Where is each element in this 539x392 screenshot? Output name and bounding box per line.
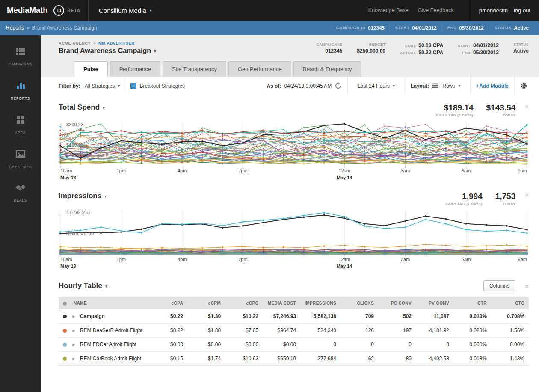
columns-button[interactable]: Columns: [483, 280, 515, 291]
svg-text:6am: 6am: [462, 257, 471, 262]
hourly-table-body: ▶ Campaign $0.22$1.30$10.22$7,246.935,58…: [59, 309, 529, 366]
today-stat: 1,753 TODAY: [495, 192, 516, 206]
svg-text:— $300.23: — $300.23: [60, 122, 83, 127]
tab-site-transparency[interactable]: Site Transparency: [163, 61, 226, 77]
reports-breadcrumb-link[interactable]: Reports: [6, 25, 24, 31]
chevron-down-icon: ▾: [458, 83, 460, 88]
row-name: REM CarBook Adroit Flight: [80, 356, 141, 362]
logout-link[interactable]: log out: [514, 7, 530, 14]
time-range-dropdown[interactable]: Last 24 Hours ▾: [353, 83, 399, 89]
tab-geo-performance[interactable]: Geo Performance: [228, 61, 291, 77]
add-module-button[interactable]: +Add Module: [476, 83, 509, 89]
tab-pulse[interactable]: Pulse: [74, 61, 108, 77]
close-module-button[interactable]: ×: [525, 192, 529, 198]
agency-breadcrumb: ACME AGENCY » MM ADVERTISER: [59, 41, 156, 45]
tab-bar: Pulse Performance Site Transparency Geo …: [74, 61, 529, 77]
series-color-dot-icon: [63, 357, 67, 361]
svg-text:4pm: 4pm: [178, 168, 187, 173]
username: pmondestin: [479, 7, 508, 14]
total-spend-chart: 10am1pm4pm7pm12am3am6am9amMay 13May 14— …: [59, 120, 529, 184]
table-row[interactable]: ▶ Campaign $0.22$1.30$10.22$7,246.935,58…: [59, 309, 529, 324]
knowledge-base-link[interactable]: Knowledge Base: [368, 7, 409, 13]
page-title: Brand Awareness Campaign: [59, 47, 151, 55]
filter-bar: Filter by: All Strategies ▾ ✓ Breakout S…: [41, 77, 539, 95]
svg-text:— 8,896,457.50: — 8,896,457.50: [60, 231, 94, 236]
as-of-section: As of: 04/24/13 9:00:45 AM: [261, 77, 347, 95]
series-color-dot-icon: [63, 343, 67, 347]
chevron-down-icon: ▾: [105, 284, 107, 288]
breadcrumb-bar: Reports » Brand Awareness Campaign CAMPA…: [0, 21, 539, 35]
expand-row-icon[interactable]: ▶: [72, 343, 75, 347]
sidebar-item-campaigns[interactable]: CAMPAIGNS: [0, 46, 41, 80]
expand-row-icon[interactable]: ▶: [72, 315, 75, 318]
series-color-dot-icon: [63, 329, 67, 333]
list-icon: [15, 46, 26, 58]
hourly-table-title-dropdown[interactable]: Hourly Table ▾: [59, 282, 107, 290]
hourly-table: NAME eCPA eCPM eCPC MEDIA COST IMPRESSIO…: [59, 297, 529, 366]
svg-text:3am: 3am: [401, 168, 410, 173]
impressions-title-dropdown[interactable]: Impressions ▾: [59, 192, 107, 200]
svg-text:4pm: 4pm: [178, 257, 187, 262]
svg-text:1pm: 1pm: [117, 257, 126, 262]
svg-text:9am: 9am: [518, 168, 527, 173]
sidebar-item-deals[interactable]: DEALS: [0, 183, 41, 217]
as-of-timestamp: 04/24/13 9:00:45 AM: [284, 83, 332, 89]
chevron-down-icon: ▾: [118, 83, 120, 88]
table-row[interactable]: ▶ REM CarBook Adroit Flight $0.15$1.74$1…: [59, 352, 529, 366]
daily-avg-stat: $189.14 DAILY AVG (7 DAYS): [436, 103, 474, 117]
sidebar-item-reports[interactable]: REPORTS: [0, 80, 41, 115]
main-content: ACME AGENCY » MM ADVERTISER Brand Awaren…: [41, 35, 539, 392]
table-header-row: NAME eCPA eCPM eCPC MEDIA COST IMPRESSIO…: [59, 297, 529, 309]
refresh-button[interactable]: [335, 82, 342, 89]
top-header: MediaMath T1 BETA Consilium Media ▾ Know…: [0, 0, 539, 21]
tab-reach-frequency[interactable]: Reach & Frequency: [293, 61, 361, 77]
breakout-strategies-checkbox[interactable]: ✓ Breakout Strategies: [124, 77, 190, 95]
svg-text:May 14: May 14: [337, 175, 353, 180]
legend-dot-icon: [63, 302, 67, 306]
beta-badge: BETA: [67, 8, 80, 13]
t1-logo-icon: T1: [53, 5, 64, 16]
mediamath-logo: MediaMath: [7, 6, 47, 15]
give-feedback-link[interactable]: Give Feedback: [418, 7, 454, 13]
svg-text:1pm: 1pm: [117, 168, 126, 173]
handshake-icon: [14, 183, 27, 194]
campaign-title-block: ACME AGENCY » MM ADVERTISER Brand Awaren…: [59, 41, 156, 55]
sidebar-item-apps[interactable]: APPS: [0, 115, 41, 149]
divider: [88, 0, 89, 21]
left-sidebar: CAMPAIGNS REPORTS APPS CREATIVES DEALS: [0, 35, 41, 392]
campaign-id-stat: CAMPAIGN ID 012345: [331, 24, 390, 32]
tab-performance[interactable]: Performance: [110, 61, 160, 77]
svg-text:May 14: May 14: [337, 264, 353, 269]
advertiser-link[interactable]: MM ADVERTISER: [98, 41, 135, 45]
layout-dropdown[interactable]: Rows ▾: [441, 83, 465, 89]
close-module-button[interactable]: ×: [525, 103, 529, 110]
chevron-down-icon: ▾: [393, 83, 395, 88]
campaign-id-block: CAMPAIGN ID 012345: [316, 42, 342, 54]
layout-section: Layout: Rows ▾: [405, 77, 470, 95]
org-selector-dropdown[interactable]: Consilium Media ▾: [96, 6, 154, 15]
time-range-section: Last 24 Hours ▾: [347, 77, 405, 95]
add-module-section: +Add Module: [470, 77, 514, 95]
close-module-button[interactable]: ×: [525, 283, 529, 289]
settings-gear-button[interactable]: [520, 82, 527, 89]
refresh-icon: [335, 82, 342, 89]
apps-grid-icon: [15, 115, 26, 127]
budget-block: BUDGET $250,000.00: [357, 42, 385, 54]
sidebar-item-creatives[interactable]: CREATIVES: [0, 149, 41, 183]
campaign-title-dropdown[interactable]: Brand Awareness Campaign ▾: [59, 47, 156, 55]
svg-text:10am: 10am: [60, 168, 72, 173]
total-spend-title-dropdown[interactable]: Total Spend ▾: [59, 103, 105, 112]
table-row[interactable]: ▶ REM DeaSerR Adroit Flight $0.22$1.80$7…: [59, 324, 529, 338]
strategy-filter-dropdown[interactable]: All Strategies ▾: [80, 83, 124, 89]
expand-row-icon[interactable]: ▶: [72, 329, 75, 333]
expand-row-icon[interactable]: ▶: [72, 357, 75, 361]
svg-text:12am: 12am: [338, 168, 350, 173]
dates-block: START 04/01/2012 END 05/30/2012: [458, 42, 499, 57]
total-spend-module: Total Spend ▾ $189.14 DAILY AVG (7 DAYS)…: [41, 95, 539, 184]
breadcrumb-campaign: Brand Awareness Campaign: [32, 25, 97, 31]
chevron-down-icon: ▾: [104, 194, 107, 199]
svg-text:10am: 10am: [60, 257, 72, 262]
table-row[interactable]: ▶ REM FDCar Adroit Flight $0.00$0.00$0.0…: [59, 338, 529, 352]
svg-text:— 17,792,915: — 17,792,915: [60, 210, 90, 215]
checkbox-checked-icon: ✓: [130, 83, 136, 89]
